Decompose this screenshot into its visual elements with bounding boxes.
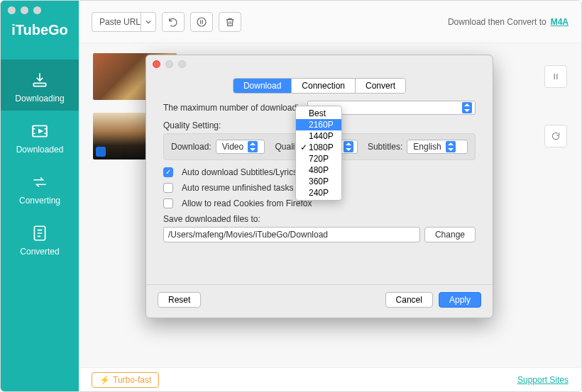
checkbox-icon [163, 183, 173, 193]
refresh-icon [551, 131, 561, 141]
window-traffic-lights [8, 6, 41, 14]
quality-option[interactable]: 2160P [296, 119, 341, 130]
sidebar-item-label: Converted [20, 247, 59, 257]
undo-icon [168, 16, 179, 28]
sidebar-item-converted[interactable]: Converted [1, 213, 79, 264]
quality-option-label: 360P [309, 177, 329, 186]
quality-option[interactable]: 480P [296, 164, 341, 176]
change-path-button[interactable]: Change [424, 227, 476, 242]
delete-button[interactable] [219, 12, 241, 32]
toolbar: Paste URL Download t [79, 1, 581, 43]
dropdown-stepper-icon [344, 141, 353, 152]
download-type-select[interactable]: Video [216, 140, 265, 154]
dropdown-stepper-icon [248, 141, 258, 152]
download-arrow-icon [29, 69, 50, 91]
bolt-icon: ⚡ [99, 375, 110, 385]
undo-button[interactable] [162, 12, 185, 32]
film-play-icon [29, 121, 50, 142]
tab-convert[interactable]: Convert [356, 79, 405, 93]
pause-icon [551, 72, 561, 82]
source-badge-icon [96, 147, 106, 157]
footer: ⚡ Turbo-fast Support Sites [79, 367, 581, 391]
quality-option-label: 720P [309, 154, 329, 164]
svg-point-3 [197, 18, 206, 26]
sidebar-item-downloading[interactable]: Downloading [1, 60, 79, 111]
sidebar: iTubeGo Downloading Downloaded Convertin… [1, 1, 79, 391]
checkbox-icon [163, 198, 173, 208]
convert-format-link[interactable]: M4A [551, 17, 569, 27]
close-icon[interactable] [8, 6, 16, 14]
quality-section-label: Quality Setting: [163, 121, 221, 130]
pause-item-button[interactable] [544, 65, 567, 88]
dropdown-stepper-icon [462, 102, 472, 113]
dialog-footer: Reset Cancel Apply [146, 284, 493, 318]
quality-option[interactable]: 720P [296, 153, 341, 164]
subtitles-value: English [413, 142, 441, 152]
sidebar-item-downloaded[interactable]: Downloaded [1, 111, 79, 162]
chevron-down-icon[interactable] [141, 13, 155, 31]
quality-option-label: 480P [309, 165, 329, 175]
paste-url-label: Paste URL [99, 17, 141, 27]
download-type-label: Download: [171, 142, 212, 152]
quality-option[interactable]: ✓1080P [296, 142, 341, 153]
sidebar-item-converting[interactable]: Converting [1, 162, 79, 213]
checkbox-icon [163, 167, 173, 177]
svg-rect-0 [33, 83, 45, 86]
retry-item-button[interactable] [544, 125, 567, 147]
subtitles-label: Subtitles: [368, 142, 402, 152]
convert-to-control: Download then Convert to M4A [448, 17, 569, 27]
apply-button[interactable]: Apply [439, 292, 481, 308]
minimize-icon[interactable] [21, 6, 28, 14]
dropdown-stepper-icon [446, 141, 456, 152]
sidebar-item-label: Converting [19, 196, 60, 206]
quality-option-label: Best [309, 108, 326, 118]
trash-icon [224, 16, 236, 28]
quality-option[interactable]: Best [296, 108, 341, 119]
max-downloads-label: The maximum number of downloadin [163, 103, 303, 113]
paste-url-button[interactable]: Paste URL [92, 12, 156, 32]
app-logo: iTubeGo [4, 22, 75, 38]
support-sites-link[interactable]: Support Sites [517, 375, 569, 385]
sidebar-item-label: Downloaded [16, 145, 64, 155]
download-type-value: Video [222, 142, 243, 152]
pause-all-button[interactable] [190, 12, 213, 32]
quality-option[interactable]: 1440P [296, 130, 341, 142]
quality-option[interactable]: 240P [296, 187, 341, 198]
quality-option-label: 240P [309, 188, 329, 198]
quality-dropdown: Best2160P1440P✓1080P720P480P360P240P [295, 106, 342, 201]
cookies-label: Allow to read Cookies from Firefox [182, 198, 312, 208]
auto-subtitles-label: Auto download Subtitles/Lyrics [182, 167, 297, 177]
tab-download[interactable]: Download [234, 79, 292, 93]
quality-option-label: 2160P [309, 120, 334, 130]
tab-connection[interactable]: Connection [292, 79, 356, 93]
save-path-input[interactable]: /Users/mafeng/Movies/iTubeGo/Download [163, 227, 420, 242]
settings-tabs: Download Connection Convert [233, 78, 406, 94]
quality-option-label: 1080P [309, 142, 334, 152]
save-to-label: Save downloaded files to: [163, 214, 260, 224]
cancel-button[interactable]: Cancel [385, 292, 433, 308]
subtitles-select[interactable]: English [407, 140, 468, 154]
maximize-icon[interactable] [33, 6, 41, 14]
check-icon: ✓ [300, 142, 307, 152]
quality-option[interactable]: 360P [296, 176, 341, 187]
app-window: iTubeGo Downloading Downloaded Convertin… [0, 0, 582, 392]
maximize-icon [178, 60, 186, 68]
turbo-fast-button[interactable]: ⚡ Turbo-fast [92, 372, 159, 388]
convert-label: Download then Convert to [448, 17, 547, 27]
close-icon[interactable] [153, 60, 160, 68]
sidebar-item-label: Downloading [15, 94, 64, 103]
turbo-label: Turbo-fast [113, 375, 151, 385]
reset-button[interactable]: Reset [158, 292, 201, 308]
pause-circle-icon [196, 16, 207, 28]
dialog-traffic-lights [153, 60, 186, 68]
minimize-icon [165, 60, 173, 68]
convert-arrows-icon [29, 172, 50, 193]
document-list-icon [29, 223, 50, 244]
quality-option-label: 1440P [309, 131, 334, 141]
